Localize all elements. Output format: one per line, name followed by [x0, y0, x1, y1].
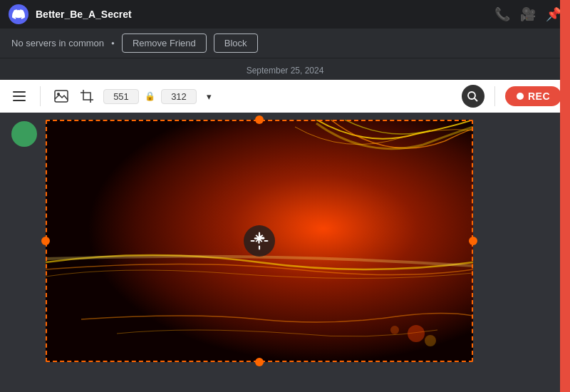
- svg-point-8: [408, 325, 425, 342]
- height-input-group: [161, 89, 197, 104]
- avatar: [11, 121, 37, 147]
- lock-icon: 🔒: [145, 91, 155, 101]
- toolbar-left: [9, 86, 30, 107]
- svg-point-9: [425, 335, 436, 346]
- handle-left[interactable]: [41, 237, 50, 245]
- svg-rect-0: [13, 91, 26, 93]
- handle-top[interactable]: [255, 115, 264, 124]
- handle-right[interactable]: [469, 237, 477, 245]
- list-icon-button[interactable]: [9, 86, 30, 107]
- pin-icon[interactable]: 📌: [546, 6, 561, 22]
- toolbar-divider-1: [40, 86, 41, 106]
- phone-icon[interactable]: 📞: [494, 6, 510, 22]
- handle-bottom[interactable]: [255, 358, 264, 366]
- date-label: September 25, 2024: [0, 58, 570, 80]
- discord-logo: [9, 4, 28, 24]
- toolbar-image-tools: [51, 86, 98, 107]
- width-input[interactable]: [108, 91, 134, 102]
- search-button[interactable]: [462, 85, 484, 108]
- username-title: Better_Be_A_Secret: [36, 9, 487, 20]
- title-icons: 📞 🎥 📌: [494, 6, 561, 22]
- rec-dot: [517, 93, 524, 100]
- crop-tool-button[interactable]: [76, 86, 98, 107]
- rec-label: REC: [528, 91, 550, 102]
- right-panel-strip: [560, 0, 570, 392]
- width-input-group: [103, 89, 139, 104]
- selection-frame[interactable]: [46, 120, 473, 362]
- svg-rect-2: [13, 100, 26, 101]
- height-input[interactable]: [166, 91, 192, 102]
- video-icon[interactable]: 🎥: [520, 6, 536, 22]
- block-button[interactable]: Block: [214, 33, 258, 53]
- svg-point-10: [390, 326, 399, 334]
- remove-friend-button[interactable]: Remove Friend: [122, 33, 207, 53]
- subheader: No servers in common ● Remove Friend Blo…: [0, 29, 570, 58]
- chat-area: [0, 113, 570, 392]
- svg-line-6: [475, 98, 477, 101]
- no-servers-label: No servers in common: [11, 38, 104, 48]
- dot-separator: ●: [111, 40, 115, 46]
- dropdown-button[interactable]: ▾: [202, 88, 216, 105]
- toolbar-bar: 🔒 ▾ REC: [0, 80, 570, 113]
- rec-button[interactable]: REC: [505, 86, 561, 106]
- toolbar-divider-2: [494, 86, 495, 106]
- image-tool-button[interactable]: [51, 86, 72, 107]
- svg-point-5: [468, 92, 475, 99]
- svg-rect-1: [13, 96, 26, 97]
- title-bar: Better_Be_A_Secret 📞 🎥 📌: [0, 0, 570, 29]
- move-icon[interactable]: [244, 225, 275, 257]
